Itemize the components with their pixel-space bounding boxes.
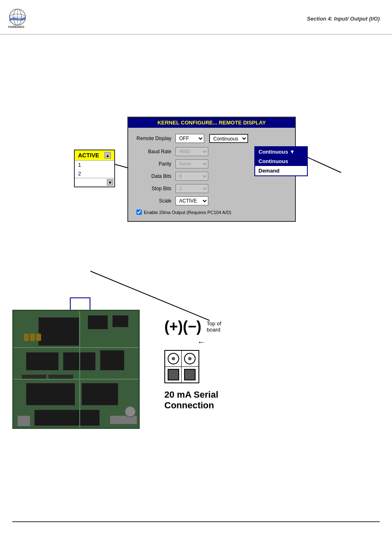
connector-diagram: (+)(−) Top of board ← bbox=[164, 310, 221, 411]
top-of-board-label: Top of board bbox=[207, 320, 221, 333]
logo-area: FAIRBANKS bbox=[8, 7, 33, 30]
ic-lower-1 bbox=[26, 383, 75, 405]
enable-20ma-label: Enable 20ma Output (Requires PC104 A/D) bbox=[144, 210, 231, 215]
svg-text:FAIRBANKS: FAIRBANKS bbox=[8, 25, 25, 28]
parity-select[interactable]: None bbox=[175, 159, 208, 168]
scale-row: Scale ACTIVE 1 2 bbox=[136, 196, 287, 205]
data-bits-select[interactable]: 8 bbox=[175, 172, 208, 181]
page-header: FAIRBANKS Section 4: Input/ Output (I/O) bbox=[0, 0, 392, 35]
parity-label: Parity bbox=[136, 161, 171, 167]
serial-connection-label: 20 mA Serial Connection bbox=[164, 389, 221, 411]
list-item-1[interactable]: 1 bbox=[75, 161, 114, 169]
remote-display-select[interactable]: OFF ON bbox=[175, 134, 204, 143]
circular-component bbox=[125, 406, 136, 417]
trace-h2 bbox=[14, 379, 140, 380]
trace-h1 bbox=[14, 347, 140, 348]
scroll-down-button[interactable]: ▼ bbox=[107, 179, 113, 186]
connector-circle-right bbox=[184, 353, 196, 364]
connector-cell-circle-right bbox=[182, 351, 198, 366]
main-content: ACTIVE ▲ 1 2 ▼ KERNEL CONFIGURE... REMOT… bbox=[0, 35, 392, 51]
connector-square-left bbox=[168, 369, 179, 380]
cap-1 bbox=[24, 334, 29, 341]
fairbanks-logo: FAIRBANKS bbox=[8, 7, 33, 30]
connector-square-right bbox=[184, 369, 196, 380]
dropdown-item-continuous[interactable]: Continuous bbox=[255, 157, 307, 166]
active-label: ACTIVE bbox=[78, 152, 99, 159]
conn-pins-1 bbox=[18, 416, 30, 426]
ic-mid-3 bbox=[100, 350, 125, 371]
ic-chip-small-1 bbox=[88, 315, 108, 329]
continuous-dropdown-popup: Continuous ▼ Continuous Demand bbox=[254, 146, 308, 176]
dialog-title: KERNEL CONFIGURE... REMOTE DISPLAY bbox=[128, 117, 295, 128]
bottom-section: (+)(−) Top of board ← bbox=[12, 310, 221, 437]
ic-chip-small-2 bbox=[112, 315, 129, 327]
connector-label-row: (+)(−) Top of board bbox=[164, 318, 221, 335]
remote-display-row: Remote Display OFF ON Continuous Demand … bbox=[136, 134, 287, 143]
serial-label-text: 20 mA Serial Connection bbox=[164, 389, 221, 411]
ic-bottom bbox=[34, 410, 100, 426]
stop-bits-select[interactable]: 1 bbox=[175, 184, 208, 193]
stop-bits-label: Stop Bits bbox=[136, 186, 171, 191]
enable-20ma-checkbox[interactable] bbox=[136, 210, 142, 215]
connector-cell-square-right bbox=[182, 367, 198, 382]
arrow-row: ← bbox=[197, 337, 221, 347]
plus-minus-symbol: (+)(−) bbox=[164, 318, 201, 335]
stop-bits-row: Stop Bits 1 bbox=[136, 184, 287, 193]
ic-lower-2 bbox=[81, 383, 118, 405]
kernel-configure-dialog: KERNEL CONFIGURE... REMOTE DISPLAY Remot… bbox=[127, 117, 296, 222]
connector-circle-left bbox=[168, 353, 179, 364]
dropdown-item-demand[interactable]: Demand bbox=[255, 166, 307, 175]
scroll-up-button[interactable]: ▲ bbox=[104, 152, 111, 159]
dropdown-item-continuous-selected[interactable]: Continuous ▼ bbox=[255, 147, 307, 157]
remote-display-label: Remote Display bbox=[136, 136, 171, 141]
continuous-select-inline[interactable]: Continuous Demand bbox=[209, 134, 248, 143]
checkbox-row: Enable 20ma Output (Requires PC104 A/D) bbox=[136, 210, 287, 215]
dialog-container: KERNEL CONFIGURE... REMOTE DISPLAY Remot… bbox=[127, 117, 296, 222]
ic-mid-1 bbox=[26, 352, 59, 371]
pcb-board bbox=[12, 310, 140, 429]
pcb-board-container bbox=[12, 310, 144, 437]
active-header: ACTIVE ▲ bbox=[75, 150, 114, 161]
data-bits-label: Data Bits bbox=[136, 173, 171, 179]
list-item-2[interactable]: 2 bbox=[75, 169, 114, 178]
connector-row-circles bbox=[165, 351, 198, 367]
section-title: Section 4: Input/ Output (I/O) bbox=[307, 16, 380, 22]
cap-3 bbox=[36, 334, 41, 341]
connector-box bbox=[164, 350, 199, 383]
baud-rate-label: Baud Rate bbox=[136, 149, 171, 154]
scroll-bottom: ▼ bbox=[75, 178, 114, 187]
baud-rate-select[interactable]: 9600 bbox=[175, 147, 208, 156]
active-listbox: ACTIVE ▲ 1 2 ▼ bbox=[74, 150, 115, 187]
dialog-body: Remote Display OFF ON Continuous Demand … bbox=[128, 128, 295, 221]
trace-v1 bbox=[79, 311, 80, 429]
ic-chip-main bbox=[38, 317, 79, 346]
connector-cell-circle-left bbox=[165, 351, 182, 366]
connector-row-squares bbox=[165, 367, 198, 382]
conn-pins-2 bbox=[110, 416, 137, 424]
cap-2 bbox=[30, 334, 35, 341]
connector-cell-square-left bbox=[165, 367, 182, 382]
left-arrow-icon: ← bbox=[197, 337, 205, 347]
scale-label: Scale bbox=[136, 198, 171, 204]
footer-line bbox=[12, 521, 380, 522]
scale-select[interactable]: ACTIVE 1 2 bbox=[175, 196, 208, 205]
